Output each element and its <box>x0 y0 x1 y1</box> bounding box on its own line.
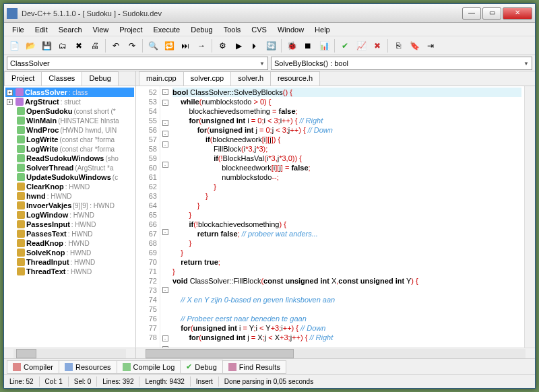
member-dropdown[interactable]: SolveByBlocks() : bool ▼ <box>271 57 532 70</box>
menu-search[interactable]: Search <box>53 24 88 35</box>
member-value: SolveByBlocks() : bool <box>274 59 348 67</box>
replace-icon[interactable]: 🔁 <box>162 38 177 53</box>
expand-icon[interactable]: + <box>7 90 13 96</box>
tree-item[interactable]: ThreadText: HWND <box>5 267 134 276</box>
bottom-tab-debug[interactable]: ✔Debug <box>180 360 222 374</box>
stop-icon[interactable]: ⏹ <box>300 38 315 53</box>
close-button[interactable]: ✕ <box>503 7 532 20</box>
profile-icon[interactable]: 📊 <box>317 38 331 53</box>
file-tab[interactable]: main.cpp <box>139 71 184 86</box>
menu-debug[interactable]: Debug <box>185 24 218 35</box>
find-icon[interactable]: 🔍 <box>146 38 160 53</box>
tree-item[interactable]: OpenSudoku(const short (* <box>5 106 134 116</box>
tree-label: InvoerVakjes <box>26 201 71 209</box>
maximize-button[interactable]: ▭ <box>482 7 501 20</box>
tree-label: LogWrite <box>26 135 58 143</box>
left-hscroll[interactable] <box>4 348 136 358</box>
tree-type: : HWND <box>65 183 90 191</box>
left-tab-debug[interactable]: Debug <box>82 71 118 86</box>
goto-icon[interactable]: → <box>194 38 209 53</box>
main-area: ProjectClassesDebug +ClassSolver: class+… <box>4 71 535 348</box>
menu-window[interactable]: Window <box>272 24 309 35</box>
expand-icon[interactable]: + <box>7 99 13 105</box>
chart-icon[interactable]: 📈 <box>354 38 369 53</box>
tree-item[interactable]: InvoerVakjes[9][9] : HWND <box>5 201 134 210</box>
tree-type: : HWND <box>68 230 93 238</box>
tree-item[interactable]: ThreadInput: HWND <box>5 257 134 267</box>
tree-type: : struct <box>61 98 81 106</box>
tree-item[interactable]: ClearKnop: HWND <box>5 182 134 191</box>
bottom-tab-find-results[interactable]: Find Results <box>222 360 286 374</box>
menu-help[interactable]: Help <box>309 24 336 35</box>
saveall-icon[interactable]: 🗂 <box>55 38 70 53</box>
bookmark-icon[interactable]: 🔖 <box>407 38 422 53</box>
bottom-tab-compile-log[interactable]: Compile Log <box>117 360 181 374</box>
tree-type: [9][9] : HWND <box>73 202 115 209</box>
left-tab-classes[interactable]: Classes <box>41 71 82 86</box>
bottom-tab-compiler[interactable]: Compiler <box>7 360 59 374</box>
menu-cvs[interactable]: CVS <box>246 24 272 35</box>
tree-item[interactable]: SolverThread(ArgStruct *a <box>5 163 134 172</box>
tree-item[interactable]: PassesText: HWND <box>5 229 134 238</box>
code-editor[interactable]: 5253545556575859606162636465666768697071… <box>136 86 535 348</box>
tree-label: SolveKnop <box>26 249 65 257</box>
file-tab[interactable]: solver.cpp <box>183 71 232 86</box>
run-icon[interactable]: ▶ <box>231 38 246 53</box>
editor-panel: main.cppsolver.cppsolver.hresource.h 525… <box>136 71 535 348</box>
tree-item[interactable]: WndProc(HWND hwnd, UIN <box>5 125 134 135</box>
findnext-icon[interactable]: ⏭ <box>178 38 193 53</box>
class-selector-bar: ClassSolver ▼ SolveByBlocks() : bool ▼ <box>4 55 535 71</box>
rebuild-icon[interactable]: 🔄 <box>263 38 278 53</box>
tree-item[interactable]: +ArgStruct: struct <box>5 97 134 106</box>
tree-label: ReadSudokuWindows <box>26 154 104 162</box>
left-tab-project[interactable]: Project <box>4 71 42 86</box>
vertical-scrollbar[interactable] <box>524 86 535 348</box>
class-tree[interactable]: +ClassSolver: class+ArgStruct: structOpe… <box>4 86 135 348</box>
tree-type: : class <box>69 89 88 96</box>
save-icon[interactable]: 💾 <box>39 38 54 53</box>
new-icon[interactable]: 📄 <box>7 38 22 53</box>
print-icon[interactable]: 🖨 <box>88 38 102 53</box>
file-tab[interactable]: resource.h <box>270 71 320 86</box>
open-icon[interactable]: 📂 <box>23 38 38 53</box>
tree-item[interactable]: hwnd: HWND <box>5 191 134 201</box>
tree-item[interactable]: ReadSudokuWindows(sho <box>5 154 134 163</box>
editor-hscroll[interactable] <box>136 348 535 358</box>
fold-gutter[interactable]: -- --- - - - -- <box>160 86 170 348</box>
titlebar[interactable]: Dev-C++ 5.1.1.0 - [ Sudoku ] - Sudoku.de… <box>4 4 535 23</box>
tree-item[interactable]: LogWindow: HWND <box>5 210 134 220</box>
tree-item[interactable]: LogWrite(const char *forma <box>5 135 134 144</box>
file-tab[interactable]: solver.h <box>230 71 271 86</box>
menu-edit[interactable]: Edit <box>30 24 53 35</box>
tree-label: ClearKnop <box>26 183 64 191</box>
bottom-tab-resources[interactable]: Resources <box>59 360 117 374</box>
compilerun-icon[interactable]: ⏵ <box>247 38 262 53</box>
menu-tools[interactable]: Tools <box>218 24 247 35</box>
close-file-icon[interactable]: ✖ <box>71 38 86 53</box>
class-dropdown[interactable]: ClassSolver ▼ <box>7 57 268 70</box>
compile-icon[interactable]: ⚙ <box>215 38 230 53</box>
tree-label: WinMain <box>26 117 57 125</box>
menu-execute[interactable]: Execute <box>148 24 185 35</box>
code-area[interactable]: bool ClassSolver::SolveByBlocks() { whil… <box>170 86 524 348</box>
minimize-button[interactable]: — <box>462 7 481 20</box>
undo-icon[interactable]: ↶ <box>108 38 123 53</box>
tree-item[interactable]: ReadKnop: HWND <box>5 238 134 248</box>
menu-view[interactable]: View <box>88 24 115 35</box>
redo-icon[interactable]: ↷ <box>125 38 139 53</box>
check-icon[interactable]: ✔ <box>338 38 352 53</box>
tree-type: : HWND <box>71 221 96 228</box>
tree-item[interactable]: SolveKnop: HWND <box>5 248 134 257</box>
tree-item[interactable]: WinMain(HINSTANCE hInsta <box>5 116 134 125</box>
tree-item[interactable]: LogWrite(const char *forma <box>5 144 134 154</box>
menu-file[interactable]: File <box>7 24 30 35</box>
tree-item[interactable]: UpdateSudokuWindows(c <box>5 172 134 182</box>
gotoline-icon[interactable]: ⇥ <box>423 38 438 53</box>
delete-icon[interactable]: ✖ <box>370 38 385 53</box>
tree-item[interactable]: +ClassSolver: class <box>5 88 134 97</box>
status-mode: Insert <box>191 377 219 387</box>
tree-item[interactable]: PassesInput: HWND <box>5 220 134 229</box>
insert-icon[interactable]: ⎘ <box>391 38 406 53</box>
debug-icon[interactable]: 🐞 <box>284 38 299 53</box>
menu-project[interactable]: Project <box>114 24 148 35</box>
